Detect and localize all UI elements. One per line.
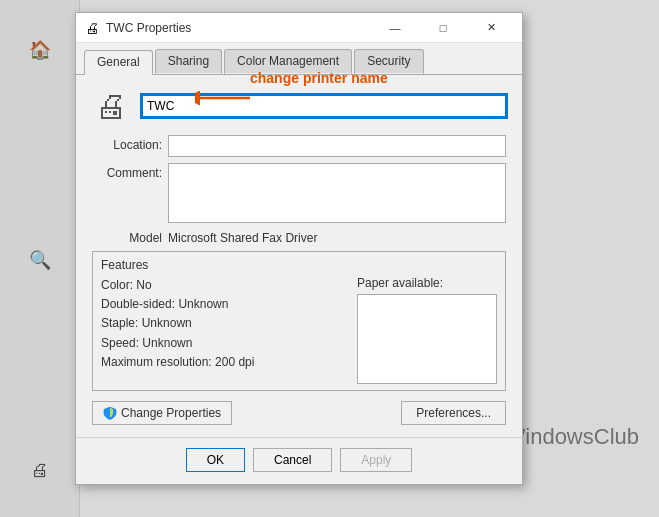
paper-available-label: Paper available: bbox=[357, 276, 443, 290]
color-feature: Color: No bbox=[101, 276, 347, 295]
preferences-label: Preferences... bbox=[416, 406, 491, 420]
minimize-button[interactable]: — bbox=[372, 13, 418, 43]
model-label: Model bbox=[92, 231, 162, 245]
dialog-body: 🖨 Location: Comment: Model Microsoft Sha… bbox=[76, 75, 522, 437]
double-sided-feature: Double-sided: Unknown bbox=[101, 295, 347, 314]
ok-button[interactable]: OK bbox=[186, 448, 245, 472]
title-bar-controls: — □ ✕ bbox=[372, 13, 514, 43]
location-row: Location: bbox=[92, 135, 506, 157]
features-group: Features Color: No Double-sided: Unknown… bbox=[92, 251, 506, 391]
dialog-footer-inner: Change Properties Preferences... bbox=[92, 401, 506, 425]
title-bar-text: TWC Properties bbox=[106, 21, 372, 35]
resolution-feature: Maximum resolution: 200 dpi bbox=[101, 353, 347, 372]
printer-icon-large: 🖨 bbox=[92, 87, 130, 125]
comment-row: Comment: bbox=[92, 163, 506, 223]
change-properties-label: Change Properties bbox=[121, 406, 221, 420]
paper-list[interactable] bbox=[357, 294, 497, 384]
annotation-text: change printer name bbox=[250, 70, 388, 86]
preferences-button[interactable]: Preferences... bbox=[401, 401, 506, 425]
change-properties-button[interactable]: Change Properties bbox=[92, 401, 232, 425]
model-value: Microsoft Shared Fax Driver bbox=[168, 231, 317, 245]
features-right: Paper available: bbox=[357, 276, 497, 384]
comment-input[interactable] bbox=[168, 163, 506, 223]
printer-name-row: 🖨 bbox=[92, 87, 506, 125]
staple-feature: Staple: Unknown bbox=[101, 314, 347, 333]
location-label: Location: bbox=[92, 135, 162, 152]
annotation-container: change printer name bbox=[250, 70, 388, 86]
tab-general[interactable]: General bbox=[84, 50, 153, 75]
title-bar-icon: 🖨 bbox=[84, 20, 100, 36]
model-row: Model Microsoft Shared Fax Driver bbox=[92, 231, 506, 245]
location-input[interactable] bbox=[168, 135, 506, 157]
tab-sharing[interactable]: Sharing bbox=[155, 49, 222, 74]
features-left: Color: No Double-sided: Unknown Staple: … bbox=[101, 276, 347, 384]
dialog-footer-bottom: OK Cancel Apply bbox=[76, 437, 522, 484]
title-bar: 🖨 TWC Properties — □ ✕ bbox=[76, 13, 522, 43]
speed-feature: Speed: Unknown bbox=[101, 334, 347, 353]
maximize-button[interactable]: □ bbox=[420, 13, 466, 43]
comment-label: Comment: bbox=[92, 163, 162, 180]
features-legend: Features bbox=[101, 258, 497, 272]
features-content: Color: No Double-sided: Unknown Staple: … bbox=[101, 276, 497, 384]
close-button[interactable]: ✕ bbox=[468, 13, 514, 43]
cancel-button[interactable]: Cancel bbox=[253, 448, 332, 472]
apply-button[interactable]: Apply bbox=[340, 448, 412, 472]
annotation-arrow bbox=[195, 88, 255, 108]
shield-icon bbox=[103, 406, 117, 420]
